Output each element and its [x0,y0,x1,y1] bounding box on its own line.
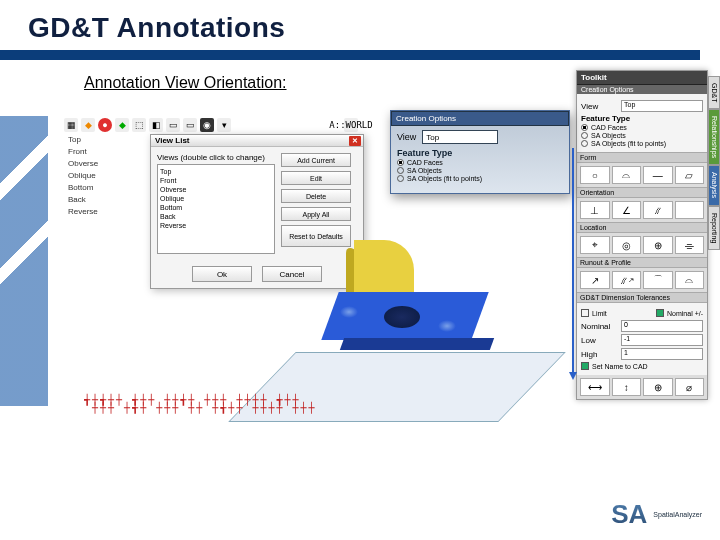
radio-sa-objects-fit[interactable]: SA Objects (fit to points) [581,140,703,147]
tree-item[interactable]: Reverse [64,206,144,218]
sym-concentric-icon[interactable]: ◎ [612,236,642,254]
dialog-titlebar[interactable]: View List ✕ [151,135,363,147]
setname-checkbox[interactable]: Set Name to CAD [581,362,703,370]
toolbar-icon[interactable]: ▭ [166,118,180,132]
logo-text: SpatialAnalyzer [653,511,702,519]
list-item[interactable]: Front [160,176,272,185]
popout-header: Creation Options [391,111,569,126]
main-toolbar: ▦ ◆ ● ◆ ⬚ ◧ ▭ ▭ ◉ ▾ A::WORLD [64,118,358,132]
sym-runout-icon[interactable]: ↗ [580,271,610,289]
popout-ft-header: Feature Type [397,148,563,158]
vtab-analysis[interactable]: Analysis [708,165,720,205]
sym-loc4-icon[interactable]: ⌯ [675,236,705,254]
camera-icon[interactable]: ◉ [200,118,214,132]
sym-dim-v-icon[interactable]: ↕ [612,378,642,396]
view-label: View [581,102,617,111]
toolkit-title: Toolkit [577,71,707,85]
views-listbox[interactable]: Top Front Obverse Oblique Bottom Back Re… [157,164,275,254]
nominal-checkbox[interactable]: Nominal +/- [656,309,703,317]
sym-profile-line-icon[interactable]: ⌒ [643,271,673,289]
radio-sa-objects[interactable]: SA Objects [581,132,703,139]
slide-title: GD&T Annotations [0,0,720,50]
feature-type-label: Feature Type [581,114,703,123]
edit-button[interactable]: Edit [281,171,351,185]
runout-symbol-grid: ↗ ⫽↗ ⌒ ⌓ [577,268,707,292]
creation-options-popout: Creation Options View Top Feature Type C… [390,110,570,194]
vtab-reporting[interactable]: Reporting [708,206,720,250]
low-input[interactable]: -1 [621,334,703,346]
creation-options-header: Creation Options [577,85,707,94]
radio-cad-faces[interactable]: CAD Faces [581,124,703,131]
popout-radio-sa-objects[interactable]: SA Objects [397,167,563,174]
vtab-relationships[interactable]: Relationships [708,109,720,165]
toolbar-icon[interactable]: ◆ [115,118,129,132]
sym-dim-dia-icon[interactable]: ⌀ [675,378,705,396]
nominal-label: Nominal [581,322,617,331]
toolbar-icon[interactable]: ▦ [64,118,78,132]
sym-profile-surf-icon[interactable]: ⌓ [675,271,705,289]
toolkit-panel: Toolkit Creation Options View Top Featur… [576,70,708,400]
brand-logo: SA SpatialAnalyzer [611,499,702,530]
apply-all-button[interactable]: Apply All [281,207,351,221]
list-item[interactable]: Top [160,167,272,176]
sym-line-icon[interactable]: — [643,166,673,184]
list-item[interactable]: Reverse [160,221,272,230]
ok-button[interactable]: Ok [192,266,252,282]
toolbar-icon[interactable]: ▾ [217,118,231,132]
list-item[interactable]: Bottom [160,203,272,212]
tree-item[interactable]: Front [64,146,144,158]
nominal-input[interactable]: 0 [621,320,703,332]
title-underline [0,50,700,60]
limit-checkbox[interactable]: Limit Nominal +/- [581,308,703,318]
record-icon[interactable]: ● [98,118,112,132]
vtab-gdt[interactable]: GD&T [708,76,720,109]
tree-item[interactable]: Bottom [64,182,144,194]
popout-radio-sa-objects-fit[interactable]: SA Objects (fit to points) [397,175,563,182]
toolbar-icon[interactable]: ▭ [183,118,197,132]
dialog-title: View List [155,136,190,145]
location-header: Location [577,222,707,233]
sym-flatness-icon[interactable]: ○ [580,166,610,184]
vertical-tabs: GD&T Relationships Analysis Reporting [708,76,720,250]
tree-item[interactable]: Obverse [64,158,144,170]
toolbar-icon[interactable]: ◧ [149,118,163,132]
popout-view-select[interactable]: Top [422,130,498,144]
sym-blank-icon[interactable] [675,201,705,219]
add-current-button[interactable]: Add Current [281,153,351,167]
tree-item[interactable]: Oblique [64,170,144,182]
list-item[interactable]: Back [160,212,272,221]
low-label: Low [581,336,617,345]
delete-button[interactable]: Delete [281,189,351,203]
tree-item[interactable]: Back [64,194,144,206]
orientation-header: Orientation [577,187,707,198]
close-icon[interactable]: ✕ [349,136,361,146]
decorative-left-stripes [0,116,48,406]
sym-parallel-icon[interactable]: ⫽ [643,201,673,219]
survey-points: ╅┼╅┼┼ ╅┼┼ ┼┼╅┼ ┼┼┼ ┼┼┼┼ ╅┼┼ ┼┼┼ ┼╅┼ ┼┼┼ … [84,396,317,412]
high-input[interactable]: 1 [621,348,703,360]
sym-angularity-icon[interactable]: ∠ [612,201,642,219]
toolbar-icon[interactable]: ◆ [81,118,95,132]
sym-total-runout-icon[interactable]: ⫽↗ [612,271,642,289]
popout-radio-cad-faces[interactable]: CAD Faces [397,159,563,166]
dim-tol-header: GD&T Dimension Tolerances [577,292,707,303]
sym-perpendicular-icon[interactable]: ⊥ [580,201,610,219]
tree-item[interactable]: Top [64,134,144,146]
toolbar-icon[interactable]: ⬚ [132,118,146,132]
sym-dim-pos-icon[interactable]: ⊕ [643,378,673,396]
sym-symmetry-icon[interactable]: ⊕ [643,236,673,254]
tree-view-list[interactable]: Top Front Obverse Oblique Bottom Back Re… [64,134,144,218]
popout-view-label: View [397,132,416,142]
form-symbol-grid: ○ ⌓ — ▱ [577,163,707,187]
orientation-symbol-grid: ⊥ ∠ ⫽ [577,198,707,222]
view-select[interactable]: Top [621,100,703,112]
sym-cylindricity-icon[interactable]: ▱ [675,166,705,184]
list-item[interactable]: Oblique [160,194,272,203]
callout-arrow [572,148,574,378]
sym-dim-h-icon[interactable]: ⟷ [580,378,610,396]
form-header: Form [577,152,707,163]
sym-position-icon[interactable]: ⌖ [580,236,610,254]
list-item[interactable]: Obverse [160,185,272,194]
cancel-button[interactable]: Cancel [262,266,322,282]
sym-straightness-icon[interactable]: ⌓ [612,166,642,184]
